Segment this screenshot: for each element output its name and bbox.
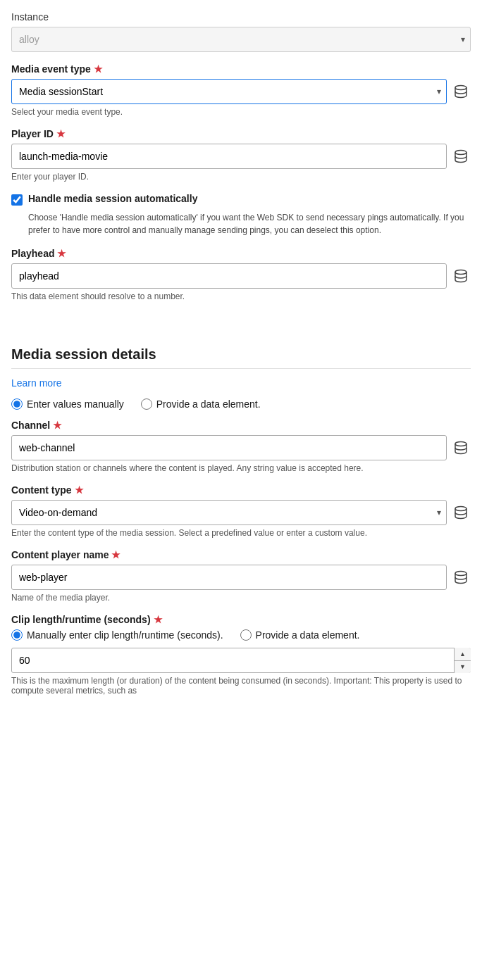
- data-element-option[interactable]: Provide a data element.: [141, 398, 261, 410]
- clip-length-decrement[interactable]: ▼: [455, 661, 471, 674]
- handle-media-session-label[interactable]: Handle media session automatically: [28, 193, 197, 204]
- input-mode-radio-row: Enter values manually Provide a data ele…: [11, 398, 471, 410]
- svg-point-2: [455, 270, 466, 275]
- player-id-field: Player ID ★ Enter your player ID.: [11, 128, 471, 182]
- clip-length-spinners: ▲ ▼: [454, 648, 471, 673]
- content-player-name-db-icon[interactable]: [451, 567, 471, 587]
- content-type-label: Content type ★: [11, 484, 471, 496]
- playhead-db-icon[interactable]: [451, 266, 471, 286]
- required-star-player: ★: [56, 128, 66, 139]
- playhead-label: Playhead ★: [11, 248, 471, 259]
- svg-point-0: [455, 86, 466, 90]
- channel-hint: Distribution station or channels where t…: [11, 463, 471, 473]
- clip-length-label: Clip length/runtime (seconds) ★: [11, 614, 471, 625]
- data-element-radio[interactable]: [141, 398, 152, 410]
- player-id-input[interactable]: [11, 144, 447, 169]
- required-star-content-type: ★: [75, 484, 84, 496]
- content-player-name-label: Content player name ★: [11, 549, 471, 560]
- handle-media-session-row: Handle media session automatically: [11, 193, 471, 206]
- manual-entry-radio[interactable]: [11, 398, 23, 410]
- content-player-name-field: Content player name ★ Name of the media …: [11, 549, 471, 603]
- svg-point-5: [455, 572, 466, 576]
- clip-data-element-label: Provide a data element.: [256, 629, 360, 641]
- clip-length-hint: This is the maximum length (or duration)…: [11, 676, 471, 696]
- manual-entry-option[interactable]: Enter values manually: [11, 398, 124, 410]
- media-event-type-db-icon[interactable]: [451, 82, 471, 101]
- media-event-type-input[interactable]: [11, 79, 447, 104]
- handle-media-session-desc: Choose 'Handle media session automatical…: [28, 211, 471, 237]
- manual-entry-label: Enter values manually: [27, 398, 124, 410]
- player-id-hint: Enter your player ID.: [11, 172, 471, 182]
- media-event-type-select-wrapper: ▾: [11, 79, 447, 104]
- content-player-name-input[interactable]: [11, 565, 447, 590]
- player-id-db-icon[interactable]: [451, 146, 471, 166]
- media-session-details-title: Media session details: [11, 346, 471, 363]
- media-event-type-hint: Select your media event type.: [11, 107, 471, 117]
- data-element-label: Provide a data element.: [156, 398, 261, 410]
- required-star-playhead: ★: [57, 248, 66, 259]
- instance-select[interactable]: alloy: [11, 27, 471, 52]
- handle-media-session-checkbox[interactable]: [11, 194, 23, 206]
- handle-media-session-field: Handle media session automatically Choos…: [11, 193, 471, 237]
- svg-point-3: [455, 442, 466, 446]
- required-star-player-name: ★: [111, 549, 121, 560]
- clip-manual-label: Manually enter clip length/runtime (seco…: [27, 629, 223, 641]
- channel-db-icon[interactable]: [451, 438, 471, 458]
- media-session-details-section: Media session details Learn more: [11, 346, 471, 398]
- learn-more-link[interactable]: Learn more: [11, 377, 62, 389]
- content-type-select-wrapper: ▾: [11, 500, 447, 525]
- svg-point-1: [455, 151, 466, 155]
- clip-length-input-wrapper: ▲ ▼: [11, 648, 471, 673]
- required-star-channel: ★: [53, 420, 62, 431]
- content-type-input[interactable]: [11, 500, 447, 525]
- playhead-input[interactable]: [11, 263, 447, 289]
- svg-point-4: [455, 507, 466, 511]
- channel-label: Channel ★: [11, 420, 471, 431]
- clip-length-increment[interactable]: ▲: [455, 648, 471, 661]
- required-star: ★: [94, 63, 103, 75]
- section-divider: [11, 368, 471, 369]
- clip-length-field: Clip length/runtime (seconds) ★ Manually…: [11, 614, 471, 696]
- clip-length-input[interactable]: [11, 648, 471, 673]
- content-type-hint: Enter the content type of the media sess…: [11, 528, 471, 538]
- instance-label: Instance: [11, 11, 471, 23]
- content-type-db-icon[interactable]: [451, 503, 471, 522]
- clip-mode-radio-row: Manually enter clip length/runtime (seco…: [11, 629, 471, 641]
- channel-input[interactable]: [11, 435, 447, 460]
- required-star-clip: ★: [154, 614, 163, 625]
- content-type-field: Content type ★ ▾ Enter the content type …: [11, 484, 471, 538]
- player-id-label: Player ID ★: [11, 128, 471, 139]
- clip-data-element-option[interactable]: Provide a data element.: [240, 629, 360, 641]
- playhead-hint: This data element should resolve to a nu…: [11, 291, 471, 301]
- instance-select-wrapper: alloy ▾: [11, 27, 471, 52]
- media-event-type-label: Media event type ★: [11, 63, 471, 75]
- clip-manual-radio[interactable]: [11, 629, 23, 641]
- clip-manual-option[interactable]: Manually enter clip length/runtime (seco…: [11, 629, 223, 641]
- channel-field: Channel ★ Distribution station or channe…: [11, 420, 471, 473]
- playhead-field: Playhead ★ This data element should reso…: [11, 248, 471, 301]
- clip-data-element-radio[interactable]: [240, 629, 252, 641]
- instance-field: Instance alloy ▾: [11, 11, 471, 52]
- content-player-name-hint: Name of the media player.: [11, 593, 471, 603]
- media-event-type-field: Media event type ★ ▾ Select your media e…: [11, 63, 471, 117]
